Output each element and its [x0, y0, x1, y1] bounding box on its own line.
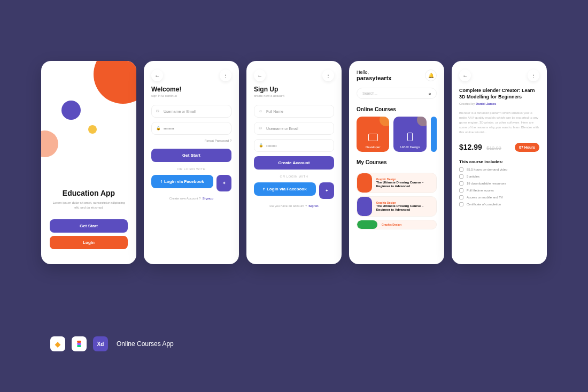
include-item: 85.5 hours on-demand video — [459, 167, 539, 172]
online-courses-heading: Online Courses — [349, 99, 444, 117]
username-input[interactable]: ✉ Username or Email — [151, 105, 231, 118]
facebook-login-button[interactable]: f Login via Facebook — [254, 182, 316, 196]
signin-screen: ← ⋮ Welcome! sign in to continue ✉ Usern… — [144, 61, 239, 264]
include-label: Full lifetime access — [467, 189, 494, 192]
onboard-subtitle: Lorem ipsum dolor sit amet, consectetur … — [50, 201, 128, 210]
course-thumb — [357, 197, 372, 216]
my-course-item[interactable]: Graphic Design — [357, 220, 437, 229]
my-courses-heading: My Courses — [349, 152, 444, 170]
get-start-button[interactable]: Get Start — [50, 219, 128, 233]
include-label: 85.5 hours on-demand video — [467, 168, 507, 171]
more-button[interactable]: ⋮ — [322, 70, 334, 81]
username-placeholder: Username or Email — [164, 110, 196, 113]
facebook-icon: f — [160, 179, 162, 184]
decor-bubble — [417, 117, 427, 126]
article-icon — [459, 174, 463, 179]
user-icon: ☺ — [259, 109, 263, 113]
signup-screen: ← ⋮ Sign Up create new a account ☺ Full … — [246, 61, 342, 264]
twitter-icon: ✦ — [222, 181, 226, 186]
password-input[interactable]: 🔒 •••••••• — [151, 122, 231, 135]
include-item: Certificate of completion — [459, 202, 539, 206]
password-placeholder: •••••••• — [266, 144, 277, 148]
lock-icon: 🔒 — [156, 126, 160, 130]
facebook-label: Login via Facebook — [267, 187, 307, 191]
facebook-label: Login via Facebook — [164, 179, 204, 184]
price-old: $12.99 — [486, 145, 501, 151]
xd-icon: Xd — [93, 336, 108, 351]
duration-badge: 07 Hours — [515, 143, 539, 152]
category-card-next[interactable] — [431, 117, 437, 152]
password-input[interactable]: 🔒 •••••••• — [254, 139, 334, 152]
includes-heading: This course includes: — [452, 152, 547, 167]
download-icon — [459, 181, 463, 186]
fullname-input[interactable]: ☺ Full Name — [254, 105, 334, 118]
username: parasyteartx — [357, 75, 391, 81]
mobile-icon — [459, 195, 463, 199]
my-course-item[interactable]: Graphic Design The Ultimate Drawing Cour… — [357, 173, 437, 193]
signup-prompt: Create new Account ? Signup — [151, 197, 231, 200]
back-button[interactable]: ← — [459, 70, 471, 81]
forgot-password-link[interactable]: Forgot Password ? — [151, 139, 231, 142]
twitter-login-button[interactable]: ✦ — [319, 182, 334, 199]
category-card-uiux[interactable]: UI/UX Design — [393, 117, 426, 152]
course-thumb — [357, 220, 377, 229]
search-input[interactable]: Search... ⌕ — [357, 88, 437, 99]
fullname-placeholder: Full Name — [266, 110, 283, 113]
include-label: 5 articles — [467, 175, 479, 178]
author-label: Created by — [459, 102, 475, 105]
course-title: The Ultimate Drawing Course – Beginner t… — [376, 204, 436, 212]
search-icon: ⌕ — [429, 91, 431, 95]
facebook-login-button[interactable]: f Login via Facebook — [151, 175, 213, 188]
course-title: The Ultimate Drawing Course – Beginner t… — [376, 181, 436, 188]
signin-link[interactable]: Signin — [308, 204, 318, 207]
signin-prompt: Do you have an account ? Signin — [254, 204, 334, 207]
lock-icon: 🔒 — [259, 143, 263, 148]
signin-subtitle: sign in to continue — [151, 94, 231, 97]
signup-subtitle: create new a account — [254, 94, 334, 97]
course-description: Blender is a fantastic platform which en… — [452, 105, 547, 135]
onboard-title: Education App — [50, 189, 128, 197]
include-item: 5 articles — [459, 174, 539, 179]
signup-link[interactable]: Signup — [203, 197, 213, 200]
course-tag: Graphic Design — [382, 223, 401, 226]
includes-list: 85.5 hours on-demand video 5 articles 19… — [452, 167, 547, 206]
my-course-item[interactable]: Graphic Design The Ultimate Drawing Cour… — [357, 196, 437, 217]
home-screen: Hello, parasyteartx 🔔 Search... ⌕ Online… — [349, 61, 444, 264]
more-button[interactable]: ⋮ — [528, 70, 539, 81]
create-account-button[interactable]: Create Account — [254, 156, 334, 170]
course-detail-title: Complete Blender Creator: Learn 3D Model… — [452, 86, 547, 102]
include-item: Access on mobile and TV — [459, 195, 539, 199]
signup-title: Sign Up — [254, 86, 334, 93]
include-label: 19 downloadable resources — [467, 182, 506, 185]
twitter-login-button[interactable]: ✦ — [216, 175, 231, 191]
onboarding-screen: Education App Lorem ipsum dolor sit amet… — [41, 61, 136, 264]
include-label: Certificate of completion — [467, 203, 501, 206]
mail-icon: ✉ — [156, 109, 160, 113]
password-placeholder: •••••••• — [164, 127, 174, 130]
login-divider: OR LOGIN WITH — [254, 175, 334, 178]
sketch-icon: ◆ — [50, 336, 65, 351]
notifications-button[interactable]: 🔔 — [425, 70, 437, 81]
monitor-icon — [368, 134, 378, 141]
decor-bubble — [380, 117, 389, 126]
username-input[interactable]: ✉ Username or Email — [254, 122, 334, 135]
login-button[interactable]: Login — [50, 236, 128, 249]
signin-submit-button[interactable]: Get Start — [151, 149, 231, 162]
category-label: UI/UX Design — [400, 145, 420, 149]
infinity-icon — [459, 188, 463, 193]
decor-circle-yellow — [88, 125, 97, 134]
include-item: 19 downloadable resources — [459, 181, 539, 186]
decor-circle-orange — [94, 61, 136, 104]
back-button[interactable]: ← — [254, 70, 266, 81]
more-button[interactable]: ⋮ — [220, 70, 231, 81]
facebook-icon: f — [263, 187, 265, 191]
author-link[interactable]: Daniel James — [476, 102, 496, 105]
category-card-developer[interactable]: Developer — [357, 117, 389, 152]
course-thumb — [357, 173, 372, 193]
course-detail-screen: ← ⋮ Complete Blender Creator: Learn 3D M… — [452, 61, 547, 264]
include-item: Full lifetime access — [459, 188, 539, 193]
back-button[interactable]: ← — [151, 70, 163, 81]
login-divider: OR LOGIN WITH — [151, 167, 231, 171]
signin-title: Welcome! — [151, 86, 231, 93]
certificate-icon — [459, 202, 463, 206]
